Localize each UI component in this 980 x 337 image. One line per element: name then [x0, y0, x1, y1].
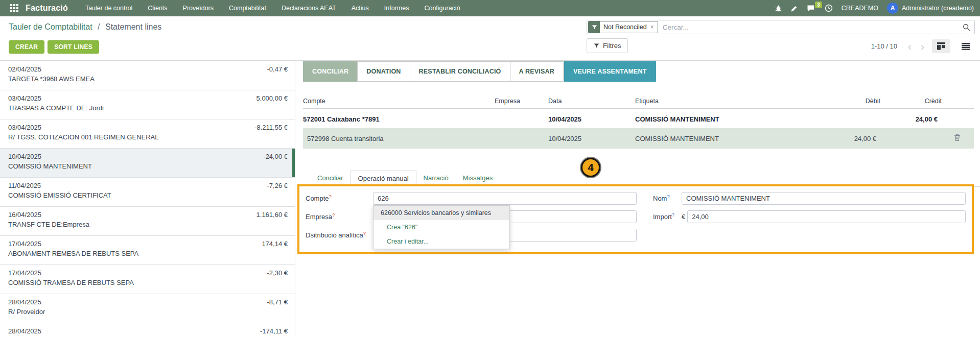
line-date: 03/04/2025: [8, 94, 41, 102]
statement-line-selected[interactable]: 10/04/2025-24,00 € COMISSIÓ MANTENIMENT: [0, 149, 295, 178]
search-bar[interactable]: Not Reconciled × Cercar...: [587, 20, 975, 34]
help-icon: ?: [332, 212, 335, 218]
pencil-icon[interactable]: [791, 5, 798, 12]
line-date: 17/04/2025: [8, 240, 41, 248]
compte-input[interactable]: [373, 192, 637, 205]
line-amount: -24,00 €: [263, 153, 288, 160]
search-input[interactable]: Cercar...: [663, 23, 963, 31]
filters-label: Filtres: [603, 42, 621, 50]
statement-line[interactable]: 16/04/20251.161,60 € TRANSF CTE DE:Empre…: [0, 207, 295, 236]
pager-next-icon[interactable]: ›: [919, 41, 926, 52]
user-menu[interactable]: A Administrator (creademo): [887, 3, 974, 14]
cell-empresa: [495, 113, 548, 125]
a-revisar-button[interactable]: A REVISAR: [510, 61, 564, 82]
main-menu: Tauler de control Clients Proveïdors Com…: [85, 5, 460, 12]
nom-label: Nom?: [653, 194, 682, 202]
line-date: 17/04/2025: [8, 269, 41, 277]
line-date: 16/04/2025: [8, 211, 41, 219]
line-label: ABONAMENT REMESA DE REBUTS SEPA: [8, 250, 288, 257]
cell-credit: [880, 133, 942, 144]
line-label: TRANSF CTE DE:Empresa: [8, 221, 288, 228]
dropdown-action-create[interactable]: Crea "626": [374, 220, 509, 234]
line-label: TARGETA *3968 AWS EMEA: [8, 75, 288, 83]
annotation-step-badge: 4: [581, 158, 600, 177]
col-credit: Crèdit: [880, 95, 942, 108]
veure-assentament-button[interactable]: VEURE ASSENTAMENT: [564, 61, 656, 82]
menu-item-dashboard[interactable]: Tauler de control: [85, 5, 132, 12]
dropdown-action-create-edit[interactable]: Crear i editar...: [374, 234, 509, 249]
avatar: A: [887, 3, 898, 14]
line-amount: -0,47 €: [267, 65, 288, 73]
account-autocomplete-dropdown: 626000 Servicios bancarios y similares C…: [373, 205, 510, 249]
statement-line[interactable]: 11/04/2025-7,26 € COMISSIÓ EMISSIÓ CERTI…: [0, 178, 295, 207]
compte-label: Compte?: [306, 194, 373, 202]
search-facet[interactable]: Not Reconciled ×: [588, 21, 658, 33]
import-input[interactable]: [687, 210, 966, 223]
reconcile-actions: CONCILIAR DONATION RESTABLIR CONCILIACIÓ…: [303, 61, 980, 82]
statement-line[interactable]: 28/04/2025-8,71 € R/ Proveidor: [0, 294, 295, 323]
restablir-conciliacio-button[interactable]: RESTABLIR CONCILIACIÓ: [410, 61, 510, 82]
menu-item-reports[interactable]: Informes: [384, 5, 409, 12]
line-amount: -7,26 €: [267, 182, 288, 189]
conciliar-button[interactable]: CONCILIAR: [303, 61, 358, 82]
col-compte: Compte: [303, 95, 495, 108]
dropdown-option-account[interactable]: 626000 Servicios bancarios y similares: [374, 206, 509, 220]
cell-data: 10/04/2025: [548, 109, 635, 128]
app-brand[interactable]: Facturació: [26, 4, 68, 13]
kanban-view-icon[interactable]: [932, 39, 950, 53]
main-content: 02/04/2025-0,47 € TARGETA *3968 AWS EMEA…: [0, 61, 980, 337]
statement-line[interactable]: 02/04/2025-0,47 € TARGETA *3968 AWS EMEA: [0, 61, 295, 90]
line-label: COMISSIÓ MANTENIMENT: [8, 162, 288, 170]
donation-button[interactable]: DONATION: [357, 61, 410, 82]
cell-compte: 572998 Cuenta transitoria: [303, 129, 495, 148]
statement-lines-list: 02/04/2025-0,47 € TARGETA *3968 AWS EMEA…: [0, 61, 295, 337]
pager-prev-icon[interactable]: ‹: [906, 41, 913, 52]
statement-line[interactable]: 03/04/20255.000,00 € TRASPAS A COMPTE DE…: [0, 90, 295, 119]
breadcrumb: Tauler de Comptabilitat / Statement line…: [9, 22, 161, 32]
filters-button[interactable]: Filtres: [587, 38, 628, 53]
statement-line[interactable]: 17/04/2025174,14 € ABONAMENT REMESA DE R…: [0, 236, 295, 265]
statement-line[interactable]: 28/04/2025-174,11 €: [0, 323, 295, 337]
line-amount: -2,30 €: [267, 269, 288, 277]
help-icon: ?: [672, 212, 674, 218]
import-label: Import?: [653, 212, 682, 221]
currency-symbol: €: [682, 213, 685, 221]
line-date: 28/04/2025: [8, 298, 41, 306]
menu-item-aeat[interactable]: Declaracions AEAT: [282, 5, 336, 12]
statement-line[interactable]: 17/04/2025-2,30 € COMISSIÓ TRAMESA DE RE…: [0, 265, 295, 294]
menu-item-clients[interactable]: Clients: [148, 5, 167, 12]
help-icon: ?: [667, 194, 669, 199]
help-icon: ?: [363, 230, 366, 236]
cell-etiqueta: COMISSIÓ MANTENIMENT: [635, 129, 819, 148]
breadcrumb-parent-link[interactable]: Tauler de Comptabilitat: [9, 22, 92, 31]
statement-line[interactable]: 03/04/2025-8.211,55 € R/ TGSS. COTIZACIO…: [0, 119, 295, 149]
company-name[interactable]: CREADEMO: [842, 5, 878, 12]
apps-grid-icon[interactable]: [10, 4, 18, 12]
line-amount: -174,11 €: [260, 327, 288, 335]
table-row-highlighted[interactable]: 572998 Cuenta transitoria 10/04/2025 COM…: [303, 128, 974, 149]
line-date: 11/04/2025: [8, 182, 41, 189]
nom-input[interactable]: [682, 192, 966, 205]
reconcile-panel: CONCILIAR DONATION RESTABLIR CONCILIACIÓ…: [295, 61, 980, 337]
line-date: 10/04/2025: [8, 153, 41, 160]
trash-icon[interactable]: [954, 134, 961, 141]
menu-item-accounting[interactable]: Comptabilitat: [229, 5, 266, 12]
search-icon[interactable]: [963, 23, 970, 31]
facet-remove-icon[interactable]: ×: [650, 23, 654, 31]
breadcrumb-current: Statement lines: [105, 22, 161, 31]
list-view-icon[interactable]: [956, 39, 975, 53]
messages-icon[interactable]: 3: [807, 5, 816, 12]
create-button[interactable]: CREAR: [9, 40, 44, 54]
line-date: 03/04/2025: [8, 124, 41, 131]
line-label: COMISSIÓ TRAMESA DE REBUTS SEPA: [8, 279, 288, 286]
bug-icon[interactable]: [775, 5, 782, 12]
menu-item-assets[interactable]: Actius: [352, 5, 369, 12]
sort-lines-button[interactable]: SORT LINES: [48, 40, 99, 54]
cell-data: 10/04/2025: [548, 129, 635, 148]
table-header: Compte Empresa Data Etiqueta Dèbit Crèdi…: [303, 95, 974, 109]
menu-item-suppliers[interactable]: Proveïdors: [183, 5, 214, 12]
cell-debit: 24,00 €: [819, 129, 880, 148]
table-row[interactable]: 572001 Caixabanc *7891 10/04/2025 COMISS…: [303, 109, 974, 128]
activities-clock-icon[interactable]: [825, 4, 833, 12]
menu-item-settings[interactable]: Configuració: [424, 5, 460, 12]
